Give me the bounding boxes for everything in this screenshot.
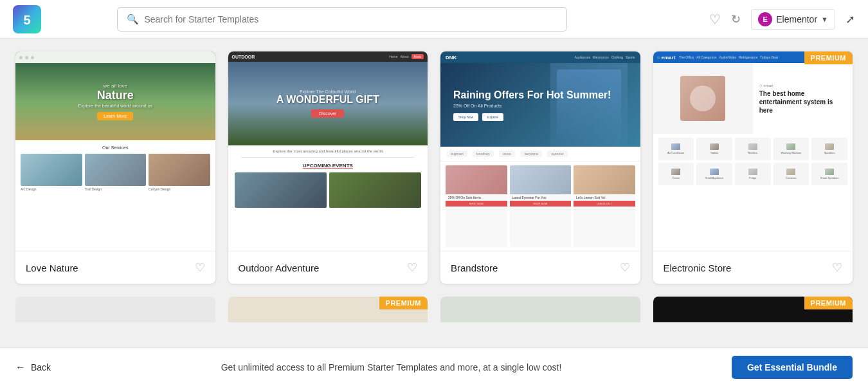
brandstore-favorite-button[interactable]: ♡ bbox=[620, 261, 630, 275]
brandstore-product-3: Let's Lemon Suit Ya! CHECK OUT bbox=[574, 165, 635, 247]
smart-speaker-icon bbox=[825, 169, 834, 175]
brandstore-logo-4: lazytime bbox=[520, 151, 542, 157]
brandstore-footer: Brandstore ♡ bbox=[440, 251, 640, 284]
brandstore-product-label-1: 20% Off On Sale Items bbox=[446, 194, 507, 201]
partial-card-4: PREMIUM bbox=[653, 297, 853, 322]
electronic-store-favorite-button[interactable]: ♡ bbox=[832, 261, 842, 275]
brandstore-nav-clothing: Clothing bbox=[611, 55, 623, 59]
external-link-button[interactable]: ➚ bbox=[845, 12, 855, 26]
get-essential-bundle-button[interactable]: Get Essential Bundle bbox=[732, 356, 853, 379]
main-content: we all love Nature Explore the beautiful… bbox=[0, 39, 868, 347]
outdoor-adventure-favorite-button[interactable]: ♡ bbox=[407, 261, 417, 275]
nature-services-section: Our Services Arc Design Trail Design bbox=[15, 140, 215, 251]
brandstore-shop-now-btn-2[interactable]: SHOP NOW bbox=[510, 201, 572, 207]
outdoor-hero-section: Explore The Colourful World A WONDERFUL … bbox=[228, 62, 428, 145]
nature-hero-text: we all love Nature Explore the beautiful… bbox=[78, 83, 152, 109]
nature-learn-more-button[interactable]: Learn More bbox=[97, 112, 133, 120]
electronic-hero-left bbox=[653, 63, 753, 134]
app-logo[interactable]: 5 bbox=[13, 5, 41, 33]
brandstore-shop-now-button[interactable]: Shop Now bbox=[453, 113, 478, 121]
electronic-cat-mobile: Mobiles bbox=[735, 138, 771, 160]
nature-service-img-3 bbox=[149, 154, 210, 186]
back-label: Back bbox=[31, 362, 51, 372]
partial-card-1 bbox=[15, 297, 215, 322]
brandstore-shop-now-btn-3[interactable]: CHECK OUT bbox=[574, 201, 635, 207]
search-bar[interactable]: 🔍 bbox=[117, 7, 567, 32]
outdoor-adventure-title: Outdoor Adventure bbox=[239, 262, 320, 273]
outdoor-hero-title: A WONDERFUL GIFT bbox=[276, 94, 379, 106]
template-card-love-nature[interactable]: we all love Nature Explore the beautiful… bbox=[15, 51, 215, 284]
love-nature-favorite-button[interactable]: ♡ bbox=[195, 261, 205, 275]
nature-hero-line2: Nature bbox=[78, 89, 152, 103]
love-nature-footer: Love Nature ♡ bbox=[15, 251, 215, 284]
electronic-preview: PREMIUM ○ emart The Office All Categorie… bbox=[653, 51, 853, 251]
brandstore-product-label-3: Let's Lemon Suit Ya! bbox=[574, 194, 635, 201]
outdoor-nav-btn: Book bbox=[411, 54, 424, 59]
nature-hero-section: we all love Nature Explore the beautiful… bbox=[15, 63, 215, 140]
love-nature-preview: we all love Nature Explore the beautiful… bbox=[15, 51, 215, 251]
tablet-icon bbox=[710, 143, 719, 150]
partial-premium-badge-2: PREMIUM bbox=[379, 297, 428, 309]
elementor-label: Elementor bbox=[776, 14, 817, 24]
brandstore-logo-3: oooo bbox=[499, 151, 515, 157]
nature-service-label-1: Arc Design bbox=[21, 187, 82, 192]
favorites-button[interactable]: ♡ bbox=[709, 12, 721, 27]
oven-icon bbox=[671, 169, 680, 175]
elementor-selector[interactable]: E Elementor ▼ bbox=[751, 9, 835, 30]
partial-card-3 bbox=[440, 297, 640, 322]
back-arrow-icon: ← bbox=[15, 362, 26, 373]
elementor-icon: E bbox=[758, 12, 772, 26]
topbar: 5 🔍 ♡ ↻ E Elementor ▼ ➚ bbox=[0, 0, 868, 39]
refresh-button[interactable]: ↻ bbox=[731, 12, 741, 26]
brandstore-shop-now-btn-1[interactable]: SHOP NOW bbox=[446, 201, 507, 207]
electronic-store-footer: Electronic Store ♡ bbox=[653, 251, 853, 284]
electronic-hero-right: ◇ emart The best home entertainment syst… bbox=[753, 63, 853, 134]
brandstore-products-grid: 20% Off On Sale Items SHOP NOW Latest Ey… bbox=[440, 161, 640, 251]
chevron-down-icon: ▼ bbox=[821, 15, 828, 23]
outdoor-events-grid bbox=[235, 172, 422, 208]
template-card-electronic-store[interactable]: PREMIUM ○ emart The Office All Categorie… bbox=[653, 51, 853, 284]
electronic-cat-row-2: Ovens Small Appliance Fridge Camera bbox=[658, 163, 848, 185]
nature-service-item-2: Trail Design bbox=[85, 154, 147, 192]
brandstore-product-label-2: Latest Eyewear For You bbox=[510, 194, 572, 201]
electronic-categories-section: Air Conditioner Tablets Mobiles Was bbox=[653, 134, 853, 251]
nature-nav bbox=[15, 51, 215, 63]
electronic-hero-section: ◇ emart The best home entertainment syst… bbox=[653, 63, 853, 134]
template-card-outdoor-adventure[interactable]: OUTDOOR Home About Book Explore The Colo… bbox=[228, 51, 428, 284]
nav-dot bbox=[31, 56, 34, 59]
outdoor-event-img-1 bbox=[235, 172, 327, 208]
electronic-hero-title: The best home entertainment system is he… bbox=[759, 89, 846, 115]
topbar-right: ♡ ↻ E Elementor ▼ ➚ bbox=[709, 9, 855, 30]
electronic-product-image bbox=[680, 76, 725, 121]
template-card-brandstore[interactable]: DNK Appliances Electronics Clothing Spor… bbox=[440, 51, 640, 284]
brandstore-product-img-3 bbox=[574, 165, 635, 194]
electronic-cat-speaker: Speakers bbox=[811, 138, 847, 160]
electronic-logo: ○ emart bbox=[657, 55, 676, 60]
brandstore-hero-sub: 25% Off On All Products bbox=[453, 104, 611, 108]
electronic-nav-4: Todays Deal bbox=[760, 55, 778, 59]
brandstore-logo-1: bigmart bbox=[447, 151, 467, 157]
nav-dot bbox=[19, 56, 23, 59]
outdoor-adventure-footer: Outdoor Adventure ♡ bbox=[228, 251, 428, 284]
outdoor-description: Explore the most amazing and beautiful p… bbox=[228, 145, 428, 157]
brandstore-nav-appliances: Appliances bbox=[575, 55, 590, 59]
electronic-nav-home: The Office bbox=[679, 55, 694, 59]
brandstore-explore-button[interactable]: Explore bbox=[482, 113, 503, 121]
brandstore-nav-sports: Sports bbox=[626, 55, 635, 59]
partial-card-2: PREMIUM bbox=[228, 297, 428, 322]
search-input[interactable] bbox=[144, 14, 557, 24]
partial-premium-badge-4: PREMIUM bbox=[804, 297, 853, 309]
brandstore-logo: DNK bbox=[446, 55, 457, 60]
brandstore-product-img-1 bbox=[446, 165, 507, 194]
back-button[interactable]: ← Back bbox=[15, 362, 51, 373]
brandstore-product-2: Latest Eyewear For You SHOP NOW bbox=[510, 165, 572, 247]
ac-label: Air Conditioner bbox=[667, 151, 684, 154]
outdoor-discover-button[interactable]: Discover bbox=[311, 109, 344, 118]
nature-services-grid: Arc Design Trail Design Canyon Design bbox=[21, 154, 210, 192]
fridge-icon bbox=[748, 169, 757, 175]
template-grid: we all love Nature Explore the beautiful… bbox=[15, 51, 853, 284]
search-icon: 🔍 bbox=[127, 14, 139, 25]
fridge-label: Fridge bbox=[749, 176, 756, 179]
nature-service-item-3: Canyon Design bbox=[149, 154, 210, 192]
brandstore-hero-section: Raining Offers For Hot Summer! 25% Off O… bbox=[440, 63, 640, 147]
